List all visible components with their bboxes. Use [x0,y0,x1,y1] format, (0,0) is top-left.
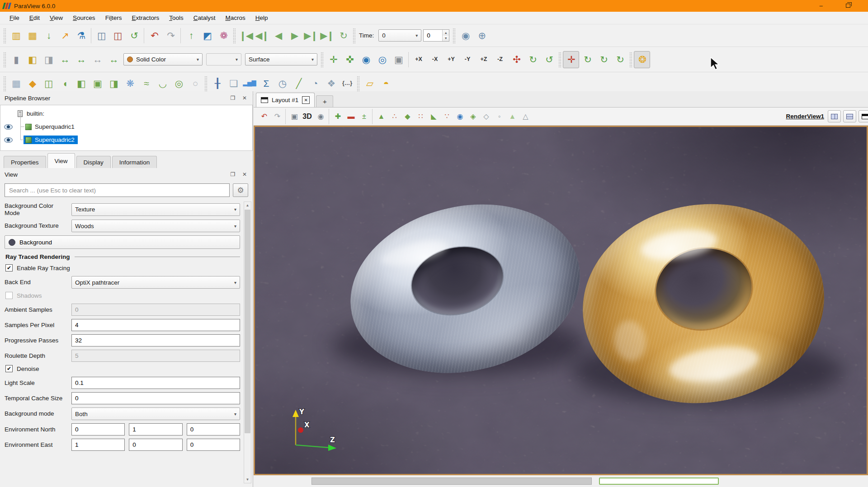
background-mode-combo[interactable]: Both [71,407,240,420]
samples-per-pixel-input[interactable] [71,319,240,331]
back-end-combo[interactable]: OptiX pathtracer [71,276,240,289]
select-cells-polygon-icon[interactable]: ◣ [427,110,440,123]
enable-ray-tracing-row[interactable]: Enable Ray Tracing [5,264,240,272]
render-view-name[interactable]: RenderView1 [786,113,828,120]
visibility-eye-icon[interactable] [4,137,13,143]
first-frame-icon[interactable]: ❙◀ [237,27,254,44]
interactive-select-blocks-icon[interactable]: ◇ [479,110,492,123]
pipeline-root-row[interactable]: builtin: [0,107,252,120]
clip-icon[interactable]: ◫ [40,75,57,92]
background-color-mode-combo[interactable]: Texture [71,203,240,216]
extract-selection-icon[interactable]: ❖ [323,75,339,92]
stream-tracer-icon[interactable]: ≈ [138,75,154,92]
view-minus-x-icon[interactable]: -X [427,51,443,68]
toggle-3d-icon[interactable]: 3D [301,110,314,123]
previous-frame-icon[interactable]: ◀❙ [254,27,270,44]
menu-catalyst[interactable]: Catalyst [189,13,221,23]
reset-range-icon[interactable]: ◨ [40,51,57,68]
denoise-row[interactable]: Denoise [5,365,240,372]
view-plus-y-icon[interactable]: +Y [443,51,459,68]
spin-arrows[interactable]: ▲▼ [442,30,449,41]
menu-tools[interactable]: Tools [164,13,189,23]
color-map-icon[interactable]: ▮ [8,51,24,68]
tab-view[interactable]: View [47,153,75,168]
maximize-view-button[interactable] [859,110,868,122]
plot-selection-over-time-icon[interactable]: ◔ [307,75,323,92]
add-selection-icon[interactable]: ✚ [331,110,344,123]
time-index-spinbox[interactable]: ▲▼ [423,29,449,42]
panel-scrollbar[interactable]: ▲ ▼ [244,201,251,483]
menu-filters[interactable]: Filters [100,13,127,23]
rotate-90-cw-icon[interactable]: ↻ [524,51,541,68]
protractor-icon[interactable]: ◓ [377,75,394,92]
connect-server-icon[interactable]: ◫ [93,27,109,44]
toolbar-grip-handle[interactable] [3,76,6,91]
toolbar-grip-handle[interactable] [353,28,356,43]
extract-selection-box-icon[interactable]: ❏ [225,75,241,92]
reset-camera-closest-icon[interactable]: ✜ [341,51,358,68]
redo-icon[interactable]: ↷ [162,27,179,44]
toolbar-grip-handle[interactable] [321,52,324,67]
select-cells-through-icon[interactable]: ◆ [401,110,414,123]
toolbar-grip-handle[interactable] [3,52,6,67]
menu-macros[interactable]: Macros [220,13,250,23]
minimize-button[interactable]: – [811,0,831,11]
environment-east-x-input[interactable] [71,439,125,451]
open-file-icon[interactable]: ▥ [8,27,24,44]
select-points-through-icon[interactable]: ∷ [414,110,427,123]
toolbar-grip-handle[interactable] [204,76,208,91]
select-cells-on-icon[interactable]: ▲ [374,110,387,123]
rescale-custom-range-icon[interactable]: ↔ [73,51,89,68]
background-texture-combo[interactable]: Woods [71,220,240,232]
reset-camera-icon[interactable]: ✛ [325,51,341,68]
environment-east-y-input[interactable] [129,439,182,451]
tab-information[interactable]: Information [112,156,157,168]
toolbar-grip-handle[interactable] [3,28,6,43]
next-frame-icon[interactable]: ▶❙ [302,27,319,44]
gear-icon[interactable] [233,183,248,197]
show-orientation-axes-icon[interactable]: ✛ [563,51,579,68]
interactive-select-cells-icon[interactable]: ◈ [466,110,479,123]
view-minus-z-icon[interactable]: -Z [492,51,508,68]
camera-redo-icon[interactable]: ↷ [270,110,283,123]
select-points-interactive-icon[interactable]: △ [519,110,532,123]
camera-undo-icon[interactable]: ↶ [257,110,270,123]
environment-north-y-input[interactable] [129,423,182,435]
toolbar-grip-handle[interactable] [357,76,360,91]
undock-icon[interactable] [229,94,236,102]
scroll-up-icon[interactable]: ▲ [244,202,251,209]
plot-over-time-icon[interactable]: ◷ [274,75,290,92]
tab-display[interactable]: Display [76,156,111,168]
save-data-icon[interactable]: ▦ [24,27,40,44]
last-frame-icon[interactable]: ▶❙ [319,27,335,44]
toolbar-grip-handle[interactable] [558,52,561,67]
representation-combo[interactable]: Surface [245,53,317,66]
spin-up-icon[interactable]: ▲ [442,30,449,36]
menu-help[interactable]: Help [250,13,273,23]
hover-points-icon[interactable]: ◦ [492,110,505,123]
rotate-camera-cw-icon[interactable]: ↻ [579,51,595,68]
close-layout-icon[interactable] [302,96,310,104]
isometric-view-icon[interactable]: ✣ [508,51,524,68]
disconnect-server-icon[interactable]: ◫ [109,27,126,44]
close-icon[interactable] [241,171,248,178]
rescale-temporal-range-icon[interactable]: ↔ [89,51,105,68]
select-block-icon[interactable]: ◉ [453,110,466,123]
find-data-icon[interactable]: ◩ [199,27,215,44]
play-backward-icon[interactable]: ◀ [270,27,286,44]
select-points-on-icon[interactable]: ∴ [387,110,401,123]
search-input[interactable] [5,183,230,197]
environment-east-z-input[interactable] [187,439,240,451]
pipeline-item-superquadric2[interactable]: Superquadric2 [0,133,252,146]
menu-edit[interactable]: Edit [24,13,45,23]
ruler-icon[interactable]: ▱ [361,75,377,92]
zoom-to-box-icon[interactable]: ▣ [390,51,406,68]
rotate-90-ccw-icon[interactable]: ↺ [541,51,557,68]
contour-icon[interactable]: ◆ [24,75,40,92]
scroll-down-icon[interactable]: ▼ [244,476,251,483]
group-datasets-icon[interactable]: ❋ [122,75,138,92]
time-value-combo[interactable]: 0 [378,29,421,42]
background-color-button[interactable]: Background [5,235,240,249]
threshold-icon[interactable]: ◧ [73,75,89,92]
split-vertical-button[interactable] [843,110,856,122]
